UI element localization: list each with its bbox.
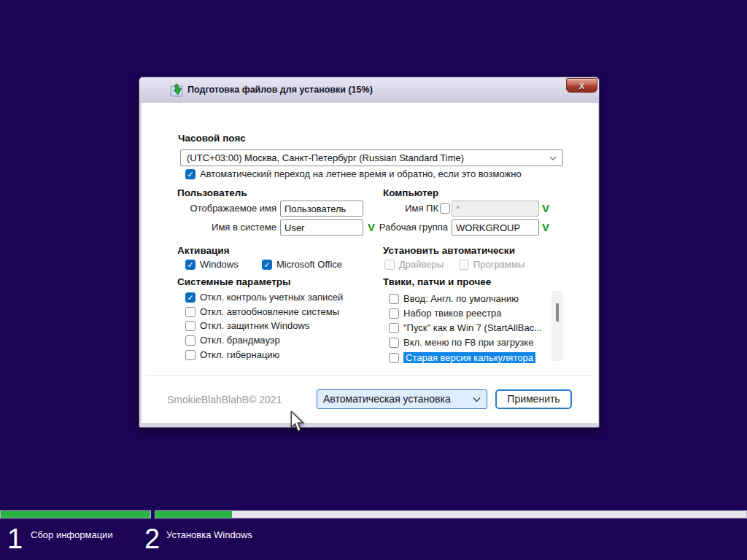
tweak-input-lang-checkbox[interactable]: Ввод: Англ. по умолчанию — [389, 293, 519, 304]
user-section-header: Пользователь — [177, 187, 247, 198]
system-name-label: Имя в системе — [177, 219, 276, 236]
pc-name-checkbox[interactable] — [440, 203, 450, 214]
step-2-label: Установка Windows — [166, 529, 252, 540]
computer-section-header: Компьютер — [383, 187, 438, 198]
sysparam-defender-checkbox[interactable]: Откл. защитник Windows — [185, 320, 309, 331]
sysparam-label: Откл. автообновление системы — [200, 306, 339, 317]
checkbox-icon — [185, 260, 196, 270]
checkbox-icon — [185, 307, 196, 317]
close-icon: X — [579, 82, 584, 90]
checkbox-icon — [185, 350, 196, 360]
workgroup-input[interactable] — [452, 219, 539, 236]
chevron-down-icon — [549, 155, 557, 161]
timezone-header: Часовой пояс — [178, 133, 246, 144]
tweak-label-selected: Старая версия калькулятора — [403, 352, 535, 363]
activation-header: Активация — [177, 245, 230, 256]
activation-office-checkbox[interactable]: Microsoft Office — [262, 259, 342, 270]
activation-windows-checkbox[interactable]: Windows — [185, 259, 239, 270]
tweak-registry-checkbox[interactable]: Набор твиков реестра — [389, 308, 501, 319]
installer-icon — [170, 83, 184, 97]
sysparam-label: Откл. контроль учетных записей — [200, 292, 343, 303]
activation-office-label: Microsoft Office — [276, 259, 342, 270]
dialog-client-area: Часовой пояс (UTC+03:00) Москва, Санкт-П… — [142, 103, 598, 423]
checkbox-icon — [440, 203, 450, 214]
dialog-title: Подготовка файлов для установки (15%) — [187, 77, 373, 103]
sysparam-uac-checkbox[interactable]: Откл. контроль учетных записей — [185, 292, 343, 303]
sysparam-label: Откл. гибернацию — [200, 349, 279, 360]
timezone-selected-value: (UTC+03:00) Москва, Санкт-Петербург (Rus… — [187, 150, 464, 166]
sysparam-label: Откл. защитник Windows — [200, 320, 309, 331]
tweak-startmenu-checkbox[interactable]: "Пуск" как в Win 7 (StartAllBac... — [389, 322, 542, 333]
sysparam-hibernate-checkbox[interactable]: Откл. гибернацию — [185, 349, 279, 360]
checkbox-icon — [262, 260, 272, 270]
activation-windows-label: Windows — [200, 259, 239, 270]
checkbox-icon — [185, 335, 196, 346]
checkbox-icon — [389, 294, 399, 304]
pc-name-label: Имя ПК — [382, 201, 438, 217]
checkbox-icon — [389, 353, 399, 363]
auto-install-programs-checkbox: Программы — [459, 259, 525, 270]
tweaks-list: Ввод: Англ. по умолчанию Набор твиков ре… — [387, 291, 554, 363]
install-mode-value: Автоматическая установка — [323, 390, 451, 408]
tweak-old-calculator-checkbox[interactable]: Старая версия калькулятора — [389, 352, 535, 363]
tweaks-scrollbar[interactable] — [551, 291, 563, 361]
copyright-text: SmokieBlahBlahB© 2021 — [167, 394, 282, 405]
progress-bar-step1 — [0, 510, 151, 518]
step-1-label: Сбор информации — [31, 529, 113, 540]
install-mode-select[interactable]: Автоматическая установка — [317, 389, 487, 409]
checkbox-icon — [384, 260, 395, 270]
checkbox-icon — [389, 338, 399, 348]
dialog-titlebar[interactable]: Подготовка файлов для установки (15%) X — [139, 77, 599, 103]
workgroup-label: Рабочая группа — [360, 219, 448, 236]
mouse-cursor — [290, 411, 305, 433]
progress-fill — [155, 511, 232, 518]
pc-name-status: V — [542, 201, 549, 217]
checkbox-icon — [185, 169, 196, 179]
workgroup-status: V — [542, 219, 549, 236]
system-params-header: Системные параметры — [177, 276, 291, 287]
installer-dialog: Подготовка файлов для установки (15%) X … — [139, 77, 600, 428]
checkbox-icon — [389, 308, 399, 319]
sysparam-label: Откл. брандмауэр — [200, 335, 280, 346]
dst-checkbox[interactable]: Автоматический переход на летнее время и… — [185, 168, 522, 179]
auto-install-header: Установить автоматически — [383, 245, 515, 256]
pc-name-input — [452, 201, 539, 217]
tweak-label: Вкл. меню по F8 при загрузке — [403, 337, 533, 348]
sysparam-firewall-checkbox[interactable]: Откл. брандмауэр — [185, 335, 280, 346]
tweak-label: "Пуск" как в Win 7 (StartAllBac... — [403, 322, 542, 333]
step-2-number: 2 — [144, 524, 160, 555]
progress-fill — [1, 511, 150, 518]
auto-install-drivers-checkbox: Драйверы — [384, 259, 444, 270]
close-button[interactable]: X — [566, 78, 597, 93]
tweaks-header: Твики, патчи и прочее — [383, 276, 491, 287]
footer-separator — [145, 376, 595, 376]
chevron-down-icon — [472, 396, 481, 402]
display-name-label: Отображаемое имя — [177, 201, 276, 217]
progress-bar-step2 — [155, 510, 747, 518]
checkbox-icon — [389, 323, 399, 333]
scrollbar-thumb[interactable] — [556, 303, 559, 322]
checkbox-icon — [185, 292, 196, 303]
display-name-input[interactable] — [280, 201, 363, 217]
tweak-label: Набор твиков реестра — [403, 308, 501, 319]
auto-install-programs-label: Программы — [473, 259, 525, 270]
tweak-f8menu-checkbox[interactable]: Вкл. меню по F8 при загрузке — [389, 337, 533, 348]
apply-button[interactable]: Применить — [495, 389, 572, 409]
auto-install-drivers-label: Драйверы — [399, 259, 444, 270]
tweak-label: Ввод: Англ. по умолчанию — [403, 293, 519, 304]
system-name-input[interactable] — [280, 219, 363, 236]
step-1-number: 1 — [7, 524, 23, 555]
timezone-select[interactable]: (UTC+03:00) Москва, Санкт-Петербург (Rus… — [180, 149, 563, 166]
sysparam-autoupdate-checkbox[interactable]: Откл. автообновление системы — [185, 306, 339, 317]
checkbox-icon — [459, 260, 469, 270]
dst-checkbox-label: Автоматический переход на летнее время и… — [200, 168, 522, 179]
checkbox-icon — [185, 321, 196, 331]
